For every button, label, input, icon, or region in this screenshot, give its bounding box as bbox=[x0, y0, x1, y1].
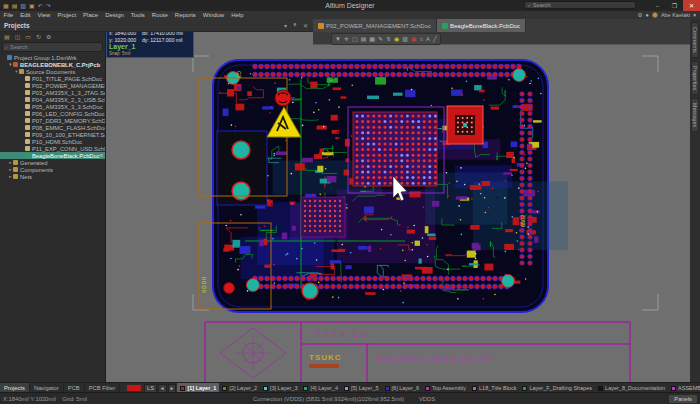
menu-place[interactable]: Place bbox=[80, 11, 102, 19]
svg-text:G3: G3 bbox=[236, 71, 242, 78]
print-icon[interactable]: ▣ bbox=[29, 3, 35, 9]
panel-menu-icon[interactable]: ▾ bbox=[284, 22, 287, 29]
add-icon[interactable]: ✛ bbox=[344, 36, 349, 42]
tree-item[interactable]: Project Group 1.DsnWrk bbox=[0, 54, 105, 61]
global-search-placeholder: Search bbox=[533, 2, 550, 8]
panel-close-icon[interactable]: ✕ bbox=[303, 22, 308, 29]
menu-help[interactable]: Help bbox=[228, 11, 247, 19]
route-icon[interactable]: ↯ bbox=[386, 36, 391, 42]
redo-icon[interactable]: ↷ bbox=[46, 3, 51, 9]
tree-item[interactable]: ▸Components bbox=[0, 166, 105, 173]
altium-designer-window: YYYY Co.TSUKCBeagleBone Black Rev B4G360… bbox=[0, 0, 700, 404]
menu-window[interactable]: Window bbox=[199, 11, 227, 19]
layer-color-swatch bbox=[303, 386, 308, 391]
minimize-button[interactable]: – bbox=[649, 0, 666, 11]
svg-text:6000: 6000 bbox=[201, 276, 207, 293]
tree-item-label: P09_10_100_ETHERNET.SchDoc bbox=[32, 132, 105, 138]
menu-project[interactable]: Project bbox=[54, 11, 80, 19]
tree-item[interactable]: ▾Source Documents bbox=[0, 68, 105, 75]
tree-item[interactable]: P07_DDR3_MEMORY.SchDoc bbox=[0, 117, 105, 124]
tree-item[interactable]: P04_AM335X_2_3_USB.SchDoc bbox=[0, 96, 105, 103]
right-tab-comments[interactable]: Comments bbox=[691, 22, 699, 58]
tree-item[interactable]: P10_HDMI.SchDoc bbox=[0, 138, 105, 145]
annotate-icon[interactable]: A bbox=[426, 36, 430, 42]
tree-item[interactable]: P02_POWER_MANAGEMENT.SchDoc bbox=[0, 82, 105, 89]
menu-view[interactable]: View bbox=[34, 11, 54, 19]
undo-icon[interactable]: ↶ bbox=[38, 3, 43, 9]
refresh-icon[interactable]: ↻ bbox=[36, 33, 41, 40]
menu-file[interactable]: File bbox=[0, 11, 17, 19]
tree-item[interactable]: ▸Nets bbox=[0, 173, 105, 180]
select-rect-icon[interactable]: ▢ bbox=[352, 36, 358, 42]
draw-icon[interactable]: ✎ bbox=[378, 36, 383, 42]
grid-icon[interactable]: ▦ bbox=[369, 36, 375, 42]
schdoc-icon bbox=[25, 83, 30, 88]
settings-icon[interactable]: ⚙ bbox=[46, 33, 51, 40]
doc-tab[interactable]: BeagleBoneBlack.PcbDoc bbox=[437, 19, 526, 32]
image-icon[interactable]: ▨ bbox=[402, 36, 408, 42]
svg-text:6502: 6502 bbox=[520, 215, 526, 227]
board-icon[interactable]: ⌗ bbox=[420, 36, 423, 42]
hud-current-layer: Layer_1 bbox=[109, 43, 191, 51]
tree-item-label: Source Documents bbox=[26, 69, 75, 75]
doc-tab[interactable]: P02_POWER_MANAGEMENT.SchDoc bbox=[313, 19, 437, 32]
restore-button[interactable]: ❐ bbox=[666, 0, 683, 11]
close-button[interactable]: ✕ bbox=[683, 0, 700, 11]
new-document-icon[interactable]: ▦ bbox=[3, 3, 9, 9]
schdoc-icon bbox=[25, 97, 30, 102]
tree-item[interactable]: P06_LED_CONFIG.SchDoc bbox=[0, 110, 105, 117]
menu-reports[interactable]: Reports bbox=[171, 11, 199, 19]
tree-item[interactable]: BeagleBoneBlack.PcbDoc bbox=[0, 152, 105, 159]
right-tab-messages[interactable]: Messages bbox=[691, 98, 699, 132]
schdoc-icon bbox=[25, 139, 30, 144]
open-document-icon[interactable]: ▤ bbox=[12, 3, 18, 9]
global-search-input[interactable]: ⌕ Search bbox=[524, 1, 636, 9]
pcb-editor-canvas[interactable]: YYYY Co.TSUKCBeagleBone Black Rev B4G360… bbox=[105, 19, 690, 383]
pcb-canvas[interactable]: YYYY Co.TSUKCBeagleBone Black Rev B4G360… bbox=[105, 19, 690, 383]
document-tab-strip: P02_POWER_MANAGEMENT.SchDocBeagleBoneBla… bbox=[313, 19, 690, 45]
document-tabs: P02_POWER_MANAGEMENT.SchDocBeagleBoneBla… bbox=[313, 19, 690, 32]
chevron-down-icon[interactable]: ▾ bbox=[693, 12, 696, 18]
tree-item[interactable]: P03_AM335X_1_3_JTAG.SchDoc bbox=[0, 89, 105, 96]
layer-color-swatch bbox=[472, 386, 477, 391]
menu-tools[interactable]: Tools bbox=[127, 11, 148, 19]
tree-item-label: Project Group 1.DsnWrk bbox=[14, 55, 77, 61]
layer-tab-label: [2] Layer_2 bbox=[229, 385, 257, 391]
layer-tab-label: Layer_F_Drafting Shapes bbox=[529, 385, 592, 391]
save-all-icon[interactable]: ▤ bbox=[4, 33, 10, 40]
paste-icon[interactable]: ▤ bbox=[361, 36, 367, 42]
panel-pin-icon[interactable]: 🖈 bbox=[292, 22, 298, 29]
filter-icon[interactable]: ▼ bbox=[335, 36, 341, 42]
tree-item-label: P01_TITLE_PAGE.SchDoc bbox=[32, 76, 102, 82]
tree-item[interactable]: P09_10_100_ETHERNET.SchDoc bbox=[0, 131, 105, 138]
tree-item-label: P10_HDMI.SchDoc bbox=[32, 139, 82, 145]
schdoc-icon bbox=[25, 111, 30, 116]
compile-icon[interactable]: ◫ bbox=[15, 33, 21, 40]
explorer-icon[interactable]: ▭ bbox=[25, 33, 31, 40]
schdoc-icon bbox=[25, 90, 30, 95]
tree-item[interactable]: P11_EXP_CONN_USD.SchDoc bbox=[0, 145, 105, 152]
doc-tab-label: P02_POWER_MANAGEMENT.SchDoc bbox=[326, 23, 431, 29]
drc-icon[interactable]: ▣ bbox=[411, 36, 417, 42]
current-layer-color-swatch[interactable] bbox=[127, 385, 141, 391]
user-avatar[interactable] bbox=[652, 12, 658, 18]
tree-item[interactable]: P01_TITLE_PAGE.SchDoc bbox=[0, 75, 105, 82]
projects-search-input[interactable]: ⌕ Search bbox=[2, 42, 103, 52]
tree-item[interactable]: P05_AM335X_3_3.SchDoc bbox=[0, 103, 105, 110]
menu-design[interactable]: Design bbox=[102, 11, 128, 19]
menu-edit[interactable]: Edit bbox=[17, 11, 34, 19]
tree-item[interactable]: P08_EMMC_FLASH.SchDoc bbox=[0, 124, 105, 131]
menu-route[interactable]: Route bbox=[148, 11, 171, 19]
tree-item[interactable]: ▾BEAGLEBONEBLK_C.PrjPcb bbox=[0, 61, 105, 68]
tree-item[interactable]: ▸Generated bbox=[0, 159, 105, 166]
project-tree: Project Group 1.DsnWrk▾BEAGLEBONEBLK_C.P… bbox=[0, 54, 105, 180]
save-icon[interactable]: ▥ bbox=[20, 3, 26, 9]
user-name[interactable]: Abe Kaelaki bbox=[661, 12, 690, 18]
layer-tab-label: [3] Layer_3 bbox=[270, 385, 298, 391]
line-icon[interactable]: ╱ bbox=[433, 36, 437, 42]
panels-button[interactable]: Panels bbox=[668, 394, 698, 404]
highlight-icon[interactable]: ◉ bbox=[394, 36, 399, 42]
settings-gear-icon[interactable]: ⚙ bbox=[638, 12, 643, 18]
right-tab-properties[interactable]: Properties bbox=[691, 61, 699, 95]
notifications-icon[interactable]: ● bbox=[646, 12, 649, 18]
